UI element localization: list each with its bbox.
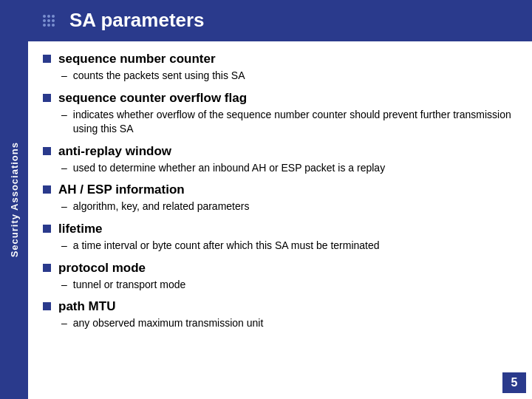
decorative-dots: [43, 15, 55, 27]
sub-list: – tunnel or transport mode: [58, 278, 514, 293]
sub-list-item: – algorithm, key, and related parameters: [58, 200, 514, 214]
sub-list: – indicates whether overflow of the sequ…: [58, 108, 514, 137]
bullet-label: lifetime: [58, 222, 103, 236]
bullet-label: sequence number counter: [58, 52, 216, 66]
bullet-content: protocol mode – tunnel or transport mode: [58, 261, 514, 294]
content-area: SA parameters sequence number counter – …: [28, 0, 532, 399]
sub-list-item: – counts the packets sent using this SA: [58, 69, 514, 83]
dot: [52, 15, 55, 18]
sub-text: used to determine whether an inbound AH …: [73, 161, 385, 176]
list-item: AH / ESP information – algorithm, key, a…: [43, 183, 514, 216]
sub-list: – counts the packets sent using this SA: [58, 69, 514, 83]
bullet-label: AH / ESP information: [58, 183, 185, 197]
bullet-label: protocol mode: [58, 261, 146, 275]
dot: [43, 19, 46, 22]
sub-list: – any observed maximum transmission unit: [58, 316, 514, 331]
sub-dash: –: [61, 162, 67, 174]
list-item: anti-replay window – used to determine w…: [43, 144, 514, 177]
bullet-icon: [43, 55, 51, 63]
list-item: lifetime – a time interval or byte count…: [43, 222, 514, 255]
sub-list-item: – tunnel or transport mode: [58, 278, 514, 293]
sub-dash: –: [61, 200, 67, 212]
bullet-icon: [43, 264, 51, 272]
bullet-content: path MTU – any observed maximum transmis…: [58, 299, 514, 332]
sub-text: any observed maximum transmission unit: [73, 316, 264, 331]
dot: [43, 15, 46, 18]
page-title: SA parameters: [69, 9, 205, 32]
bullet-label: sequence counter overflow flag: [58, 91, 247, 105]
sidebar-label: Security Associations: [9, 142, 20, 257]
sub-text: a time interval or byte count after whic…: [73, 239, 380, 253]
sub-text: algorithm, key, and related parameters: [73, 200, 250, 214]
slide-content: sequence number counter – counts the pac…: [28, 41, 532, 399]
bullet-label: anti-replay window: [58, 144, 171, 158]
list-item: protocol mode – tunnel or transport mode: [43, 261, 514, 294]
sub-list-item: – any observed maximum transmission unit: [58, 316, 514, 331]
bullet-icon: [43, 185, 51, 194]
sub-list-item: – a time interval or byte count after wh…: [58, 239, 514, 253]
sub-dash: –: [61, 109, 67, 120]
sub-text: counts the packets sent using this SA: [73, 69, 245, 83]
sub-list: – a time interval or byte count after wh…: [58, 239, 514, 253]
sub-list: – algorithm, key, and related parameters: [58, 200, 514, 214]
sidebar: Security Associations: [0, 0, 28, 399]
bullet-content: sequence number counter – counts the pac…: [58, 52, 514, 85]
bullet-icon: [43, 302, 51, 310]
bullet-content: AH / ESP information – algorithm, key, a…: [58, 183, 514, 216]
bullet-icon: [43, 225, 51, 233]
dot: [47, 15, 50, 18]
list-item: sequence number counter – counts the pac…: [43, 52, 514, 85]
list-item: sequence counter overflow flag – indicat…: [43, 91, 514, 138]
slide-number: 5: [502, 372, 526, 393]
sub-dash: –: [61, 279, 67, 290]
sub-list-item: – indicates whether overflow of the sequ…: [58, 108, 514, 137]
dot: [47, 24, 50, 27]
header: SA parameters: [28, 0, 532, 39]
sub-dash: –: [61, 317, 67, 329]
sub-text: indicates whether overflow of the sequen…: [73, 108, 514, 137]
bullet-label: path MTU: [58, 299, 115, 313]
bullet-content: lifetime – a time interval or byte count…: [58, 222, 514, 255]
bullet-list: sequence number counter – counts the pac…: [43, 52, 514, 332]
list-item: path MTU – any observed maximum transmis…: [43, 299, 514, 332]
dot: [52, 19, 55, 22]
main-panel: SA parameters sequence number counter – …: [28, 0, 532, 399]
bullet-icon: [43, 147, 51, 155]
sub-text: tunnel or transport mode: [73, 278, 186, 293]
sub-dash: –: [61, 239, 67, 251]
bullet-icon: [43, 94, 51, 102]
dot: [52, 24, 55, 27]
sub-dash: –: [61, 69, 67, 81]
bullet-content: anti-replay window – used to determine w…: [58, 144, 514, 177]
sub-list: – used to determine whether an inbound A…: [58, 161, 514, 176]
dot: [47, 19, 50, 22]
sub-list-item: – used to determine whether an inbound A…: [58, 161, 514, 176]
dot: [43, 24, 46, 27]
bullet-content: sequence counter overflow flag – indicat…: [58, 91, 514, 138]
